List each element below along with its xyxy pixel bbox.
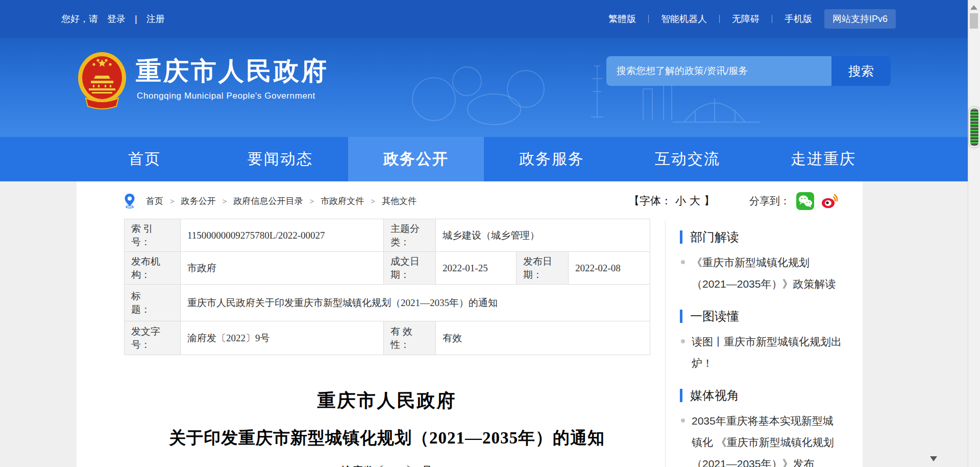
meta-agency-value: 市政府	[181, 252, 384, 285]
bullet-icon	[681, 260, 685, 264]
section-accent-bar	[680, 389, 682, 402]
breadcrumb-other-docs[interactable]: 其他文件	[382, 195, 416, 207]
breadcrumb-separator: >	[310, 197, 314, 205]
nav-tab-home[interactable]: 首页	[77, 137, 212, 181]
document-title: 关于印发重庆市新型城镇化规划（2021—2035年）的通知	[124, 427, 650, 450]
scrollbar-track[interactable]	[968, 0, 980, 467]
share-bar: 分享到：	[749, 190, 839, 212]
meta-publish-date-value: 2022-02-08	[569, 252, 650, 285]
separator	[648, 15, 649, 23]
section-title: 部门解读	[690, 229, 739, 245]
main-nav: 首页 要闻动态 政务公开 政务服务 互动交流 走进重庆	[0, 137, 968, 181]
sidebar-section-media-view: 媒体视角 2035年重庆将基本实现新型城 镇化 《重庆市新型城镇化规划 （202…	[680, 387, 859, 467]
skyline-decoration	[357, 38, 817, 137]
document-issuer: 重庆市人民政府	[124, 388, 650, 413]
sidebar-section-department-interpretation: 部门解读 《重庆市新型城镇化规划 （2021—2035年）》政策解读	[680, 229, 859, 295]
nav-tab-news[interactable]: 要闻动态	[212, 137, 348, 181]
font-control-suffix: 】	[704, 194, 715, 208]
breadcrumb-city-docs[interactable]: 市政府文件	[321, 195, 364, 207]
sidebar-link-item[interactable]: 读图丨重庆市新型城镇化规划出 炉！	[681, 331, 859, 374]
page: 您好，请 登录 | 注册 繁體版 智能机器人 无障碍 手机版 网站支持IPv6	[0, 0, 980, 467]
section-title: 媒体视角	[690, 387, 739, 404]
meta-topic-value: 城乡建设（城乡管理）	[436, 219, 650, 252]
sidebar-section-infographic: 一图读懂 读图丨重庆市新型城镇化规划出 炉！	[680, 308, 859, 374]
meta-agency-label: 发布机构：	[125, 252, 181, 285]
breadcrumb-home[interactable]: 首页	[146, 195, 163, 207]
search-input[interactable]	[606, 56, 831, 86]
site-header: 重庆市人民政府 Chongqing Municipal People's Gov…	[0, 38, 968, 137]
sidebar-link-text: 读图丨重庆市新型城镇化规划出 炉！	[692, 331, 842, 374]
weibo-icon[interactable]	[820, 192, 839, 210]
mobile-version-link[interactable]: 手机版	[785, 13, 812, 25]
meta-index-label: 索 引 号：	[125, 219, 181, 252]
accessibility-link[interactable]: 无障碍	[732, 13, 760, 25]
scroll-progress-indicator	[969, 107, 979, 147]
document-heading: 重庆市人民政府 关于印发重庆市新型城镇化规划（2021—2035年）的通知 渝府…	[124, 388, 650, 467]
meta-title-value: 重庆市人民政府关于印发重庆市新型城镇化规划（2021—2035年）的通知	[181, 285, 650, 321]
nav-tab-about-chongqing[interactable]: 走进重庆	[755, 137, 891, 181]
meta-doc-number-value: 渝府发〔2022〕9号	[181, 321, 384, 355]
search-bar: 搜索	[606, 56, 891, 86]
nav-tab-gov-open[interactable]: 政务公开	[348, 137, 484, 181]
meta-validity-label: 有 效 性：	[384, 321, 436, 355]
bullet-icon	[681, 339, 685, 343]
scroll-up-arrow-icon[interactable]	[970, 5, 977, 10]
sidebar-link-item[interactable]: 2035年重庆将基本实现新型城 镇化 《重庆市新型城镇化规划 （2021—203…	[681, 410, 859, 467]
smart-robot-link[interactable]: 智能机器人	[661, 13, 707, 25]
meta-index-value: 11500000009275780L/2022-00027	[181, 219, 384, 252]
section-header: 部门解读	[680, 229, 859, 245]
sidebar-link-text: 2035年重庆将基本实现新型城 镇化 《重庆市新型城镇化规划 （2021—203…	[692, 410, 834, 467]
site-title: 重庆市人民政府	[136, 54, 329, 88]
scroll-down-arrow-icon	[930, 456, 937, 461]
share-label: 分享到：	[749, 194, 790, 208]
meta-validity-value: 有效	[436, 321, 650, 355]
national-emblem-icon	[77, 49, 128, 113]
sidebar-link-item[interactable]: 《重庆市新型城镇化规划 （2021—2035年）》政策解读	[681, 252, 859, 295]
sidebar: 部门解读 《重庆市新型城镇化规划 （2021—2035年）》政策解读 一图读懂 …	[680, 229, 859, 467]
section-accent-bar	[680, 230, 682, 244]
nav-tab-gov-services[interactable]: 政务服务	[484, 137, 620, 181]
site-subtitle: Chongqing Municipal People's Government	[137, 91, 315, 101]
separator	[719, 15, 720, 23]
login-link[interactable]: 登录	[107, 13, 126, 25]
meta-doc-number-label: 发文字号：	[125, 321, 181, 355]
section-title: 一图读懂	[690, 308, 739, 324]
login-register-divider: |	[135, 14, 137, 25]
font-smaller-button[interactable]: 小	[675, 194, 686, 208]
breadcrumb-separator: >	[371, 197, 375, 205]
nav-tab-interaction[interactable]: 互动交流	[620, 137, 755, 181]
font-larger-button[interactable]: 大	[690, 194, 700, 208]
topbar: 您好，请 登录 | 注册 繁體版 智能机器人 无障碍 手机版 网站支持IPv6	[0, 0, 968, 38]
section-header: 媒体视角	[680, 387, 859, 404]
traditional-chinese-link[interactable]: 繁體版	[608, 13, 636, 25]
doc-meta-table: 索 引 号： 11500000009275780L/2022-00027 主题分…	[124, 219, 650, 355]
section-header: 一图读懂	[680, 308, 859, 324]
section-accent-bar	[680, 310, 682, 323]
meta-publish-date-label: 发布日期：	[517, 252, 569, 285]
search-button[interactable]: 搜索	[831, 56, 891, 86]
document-number: 渝府发〔2022〕9号	[124, 463, 650, 467]
ipv6-badge[interactable]: 网站支持IPv6	[824, 9, 896, 29]
breadcrumb-info-catalog[interactable]: 政府信息公开目录	[234, 195, 303, 207]
breadcrumb-gov-open[interactable]: 政务公开	[181, 195, 216, 207]
sidebar-link-text: 《重庆市新型城镇化规划 （2021—2035年）》政策解读	[692, 252, 836, 295]
register-link[interactable]: 注册	[146, 13, 165, 25]
content-sidebar-divider	[665, 221, 666, 467]
scrollbar-thumb[interactable]	[970, 13, 978, 29]
bullet-icon	[681, 418, 685, 423]
font-control-prefix: 【字体：	[629, 194, 672, 208]
breadcrumb: 首页 > 政务公开 > 政府信息公开目录 > 市政府文件 > 其他文件	[124, 190, 416, 212]
meta-topic-label: 主题分类：	[384, 219, 436, 252]
wechat-icon[interactable]	[796, 192, 814, 210]
separator	[772, 15, 772, 23]
location-pin-icon	[124, 193, 135, 208]
font-size-control: 【字体： 小 大 】	[629, 190, 715, 212]
meta-written-date-label: 成文日期：	[384, 252, 436, 285]
breadcrumb-separator: >	[170, 197, 175, 205]
breadcrumb-separator: >	[223, 197, 227, 205]
greeting-text: 您好，请	[61, 13, 98, 25]
meta-written-date-value: 2022-01-25	[436, 252, 517, 285]
meta-title-label: 标 题：	[125, 285, 181, 321]
